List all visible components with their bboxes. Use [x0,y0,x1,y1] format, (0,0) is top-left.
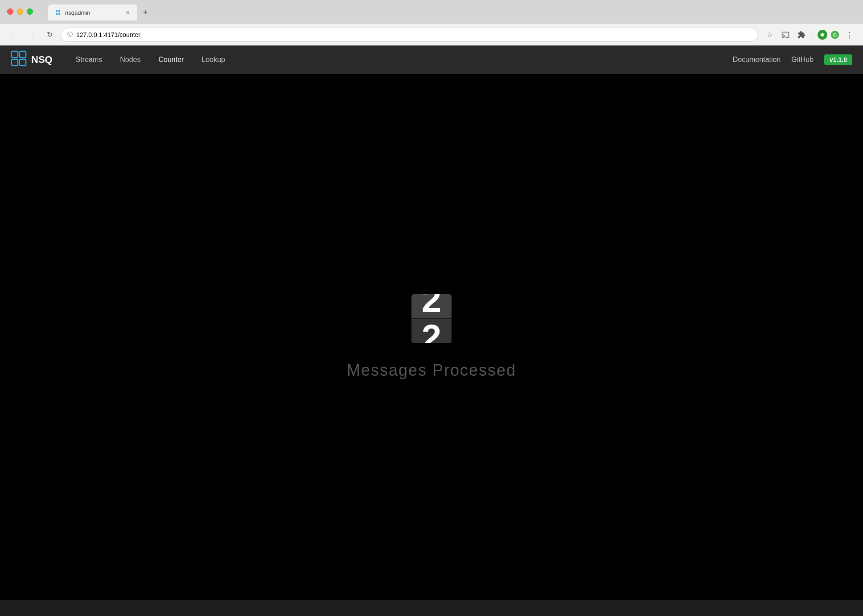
svg-rect-7 [20,51,26,57]
nav-github-link[interactable]: GitHub [791,56,814,64]
tab-close-button[interactable]: ✕ [124,9,131,16]
svg-rect-8 [12,59,18,66]
menu-button[interactable]: ⋮ [842,28,856,41]
toolbar-divider [813,30,813,40]
nav-documentation-link[interactable]: Documentation [733,56,781,64]
nav-link-lookup[interactable]: Lookup [193,45,234,74]
messages-processed-label: Messages Processed [347,361,516,380]
nav-right: Documentation GitHub v1.1.0 [733,54,852,65]
nav-links: Streams Nodes Counter Lookup [67,45,733,74]
cast-button[interactable] [779,28,792,41]
svg-rect-2 [56,13,58,15]
lock-icon: ⓘ [67,31,73,38]
maximize-button[interactable] [27,8,33,15]
browser-tab[interactable]: nsqadmin ✕ [48,4,137,21]
evernote-extension-icon[interactable] [818,30,827,40]
bookmark-button[interactable]: ☆ [763,28,776,41]
flip-counter: 2 2 [411,294,452,343]
svg-text:G: G [833,32,837,37]
svg-rect-9 [20,59,26,66]
digit-bottom-number: 2 [422,320,442,343]
url-display: 127.0.0.1:4171/counter [76,31,140,38]
app-logo[interactable]: NSQ [11,50,53,69]
close-button[interactable] [7,8,13,15]
traffic-lights [7,8,33,15]
version-badge: v1.1.0 [824,54,852,65]
digit-top: 2 [411,294,452,319]
nav-link-counter[interactable]: Counter [150,45,193,74]
new-tab-button[interactable]: + [139,6,152,19]
svg-rect-1 [58,10,60,12]
browser-chrome: nsqadmin ✕ + ← → ↻ ⓘ 127.0.0.1:4171/coun… [0,0,863,45]
tab-favicon-icon [54,9,62,16]
nav-link-nodes[interactable]: Nodes [111,45,149,74]
app-content: 2 2 Messages Processed [0,74,863,600]
svg-rect-0 [56,10,58,12]
app-logo-text: NSQ [31,54,53,66]
svg-rect-6 [12,51,18,57]
nsq-logo-icon [11,50,27,69]
forward-button[interactable]: → [25,28,38,41]
browser-toolbar: ← → ↻ ⓘ 127.0.0.1:4171/counter ☆ [0,23,863,45]
browser-titlebar: nsqadmin ✕ + [0,0,863,23]
address-bar[interactable]: ⓘ 127.0.0.1:4171/counter [61,28,758,42]
app-navbar: NSQ Streams Nodes Counter Lookup Documen… [0,45,863,74]
back-button[interactable]: ← [7,28,21,41]
svg-rect-3 [58,13,60,15]
reload-button[interactable]: ↻ [43,28,56,41]
counter-digit: 2 2 [411,294,452,343]
toolbar-actions: ☆ G ⋮ [763,28,856,41]
digit-top-number: 2 [422,294,442,318]
tab-bar: nsqadmin ✕ + [41,4,159,21]
extensions-button[interactable] [795,28,808,41]
minimize-button[interactable] [17,8,23,15]
another-extension-icon[interactable]: G [830,30,840,40]
digit-bottom: 2 [411,319,452,343]
tab-title: nsqadmin [65,9,90,16]
nav-link-streams[interactable]: Streams [67,45,111,74]
